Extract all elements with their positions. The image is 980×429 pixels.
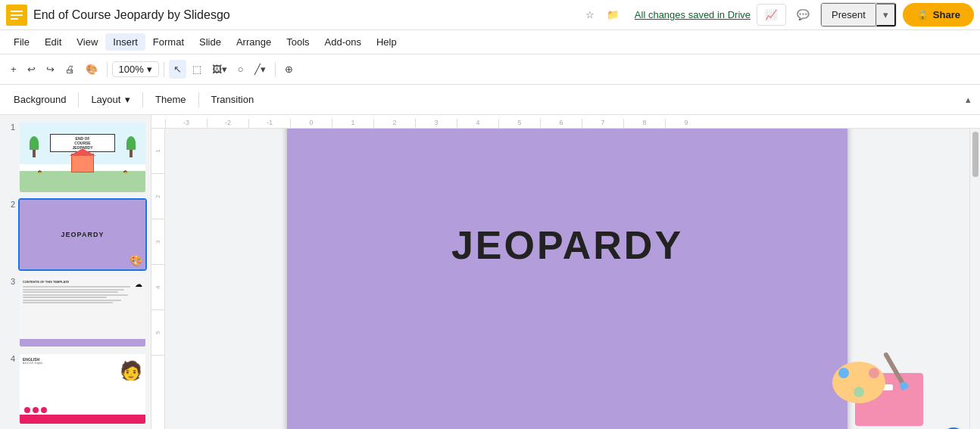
menu-insert[interactable]: Insert [105,33,145,51]
menu-help[interactable]: Help [369,33,404,51]
line-tool-button[interactable]: ╱ ▾ [250,60,270,79]
menu-arrange[interactable]: Arrange [229,33,279,51]
document-title: End of Course Jeopardy by Slidesgo [33,8,576,22]
share-button[interactable]: 🔒 Share [903,3,974,26]
ruler-mark: 5 [498,119,540,128]
slide-thumb-1[interactable]: END OFCOURSEJEOPARDY 🧒 🧒 [18,121,147,194]
share-label: Share [933,9,960,20]
slide-4-dot-3 [41,407,47,413]
menu-slide[interactable]: Slide [192,33,229,51]
menu-addons[interactable]: Add-ons [317,33,369,51]
lock-icon: 🔒 [916,9,929,20]
palette-dot-green [854,387,864,397]
vertical-scrollbar[interactable] [969,129,980,429]
ruler-mark: 8 [623,119,665,128]
canvas-scroll[interactable]: JEOPARDY [165,129,969,429]
add-button[interactable]: + [6,60,21,79]
canvas-with-ruler: 1 2 3 4 5 JEOPARDY [151,129,980,429]
redo-button[interactable]: ↪ [42,60,59,79]
ruler-mark: -1 [248,119,290,128]
ruler-mark: 3 [415,119,457,128]
background-button[interactable]: Background [6,90,73,109]
redo-icon: ↪ [46,64,55,75]
slide-1-thumbnail: END OFCOURSEJEOPARDY 🧒 🧒 [20,123,145,192]
zoom-control[interactable]: 100% ▾ [112,61,159,77]
svg-rect-1 [11,11,23,12]
ruler-mark-v: 2 [151,174,164,219]
slide-3-line [23,286,130,288]
comment-icon: 💬 [797,9,810,20]
palette-body [832,362,885,403]
slide-3-line [23,300,121,301]
comments-button[interactable]: 💬 [792,5,814,25]
image-tool-button[interactable]: 🖼 ▾ [208,60,232,79]
main-layout: 1 END OFCOURSEJEOPARDY [0,115,980,429]
ruler-mark: 6 [540,119,582,128]
layout-button[interactable]: Layout ▾ [83,90,138,109]
menu-file[interactable]: File [6,33,37,51]
slide-4-footer [20,415,145,424]
plus-icon: + [11,64,17,75]
present-main-button[interactable]: Present [821,3,876,26]
line-dropdown-icon: ▾ [261,64,266,75]
toolbar-separator-3 [275,62,276,77]
title-bar: End of Course Jeopardy by Slidesgo ☆ 📁 A… [0,0,980,30]
insert-icon: ⊕ [285,64,293,75]
format-toolbar: Background Layout ▾ Theme Transition ▴ [0,85,980,115]
slide-item-4[interactable]: 4 ENGLISH A-B-C-D-E, English... 🧑 [3,353,148,425]
undo-button[interactable]: ↩ [23,60,40,79]
ruler-mark: -3 [165,119,207,128]
slide-1-tree-right [124,136,138,157]
collapse-toolbar-button[interactable]: ▴ [963,91,974,108]
zoom-dropdown-icon: ▾ [147,64,152,75]
layout-dropdown-icon: ▾ [125,94,130,105]
shape-icon: ○ [238,64,244,75]
present-dropdown-icon: ▾ [883,9,888,20]
slide-panel: 1 END OFCOURSEJEOPARDY [0,115,151,429]
slide-1-characters-right: 🧒 [123,170,127,174]
slide-1-tree-left [27,136,41,157]
paint-format-button[interactable]: 🎨 [81,60,102,79]
theme-button[interactable]: Theme [148,90,193,109]
canvas-slide-title[interactable]: JEOPARDY [451,222,683,268]
present-dropdown-button[interactable]: ▾ [876,3,896,26]
slide-3-line [23,291,118,293]
shape-tool-button[interactable]: ○ [233,60,248,79]
slide-canvas[interactable]: JEOPARDY [287,129,847,429]
star-button[interactable]: ☆ [582,6,598,23]
ruler-mark-v: 4 [151,265,164,310]
print-button[interactable]: 🖨 [61,60,80,79]
slide-item-2[interactable]: 2 JEOPARDY 🎨 [3,198,148,271]
insert-button[interactable]: ⊕ [280,60,298,79]
slide-4-dot-2 [33,407,39,413]
analytics-button[interactable]: 📈 [757,4,786,26]
saved-status[interactable]: All changes saved in Drive [635,9,751,20]
image-icon: 🖼 [212,64,222,75]
print-icon: 🖨 [65,64,75,75]
menu-format[interactable]: Format [145,33,192,51]
slide-thumb-2[interactable]: JEOPARDY 🎨 [18,198,147,271]
ruler-mark: 4 [457,119,498,128]
menu-tools[interactable]: Tools [279,33,317,51]
slide-thumb-3[interactable]: CONTENTS OF THIS TEMPLATE ☁ [18,275,147,348]
transition-button[interactable]: Transition [204,90,262,109]
ruler-mark-v: 3 [151,219,164,265]
slide-3-line [23,302,113,303]
format-sep-1 [78,92,79,107]
select-tool-button[interactable]: ⬚ [188,60,206,79]
cursor-tool-button[interactable]: ↖ [169,60,186,79]
ruler-mark-v: 5 [151,310,164,356]
slide-3-lines [23,286,142,303]
slide-item-1[interactable]: 1 END OFCOURSEJEOPARDY [3,121,148,194]
scrollbar-thumb[interactable] [972,132,978,177]
toolbar: + ↩ ↪ 🖨 🎨 100% ▾ ↖ ⬚ 🖼 ▾ ○ ╱ ▾ ⊕ [0,54,980,85]
slide-number-1: 1 [3,121,15,132]
ruler-mark: 7 [582,119,623,128]
slide-thumb-4[interactable]: ENGLISH A-B-C-D-E, English... 🧑 [18,353,147,425]
slide-item-3[interactable]: 3 CONTENTS OF THIS TEMPLATE ☁ [3,275,148,348]
menu-view[interactable]: View [69,33,105,51]
folder-button[interactable]: 📁 [604,6,623,23]
menu-edit[interactable]: Edit [37,33,69,51]
menu-bar: File Edit View Insert Format Slide Arran… [0,30,980,54]
ruler-mark: 1 [332,119,373,128]
